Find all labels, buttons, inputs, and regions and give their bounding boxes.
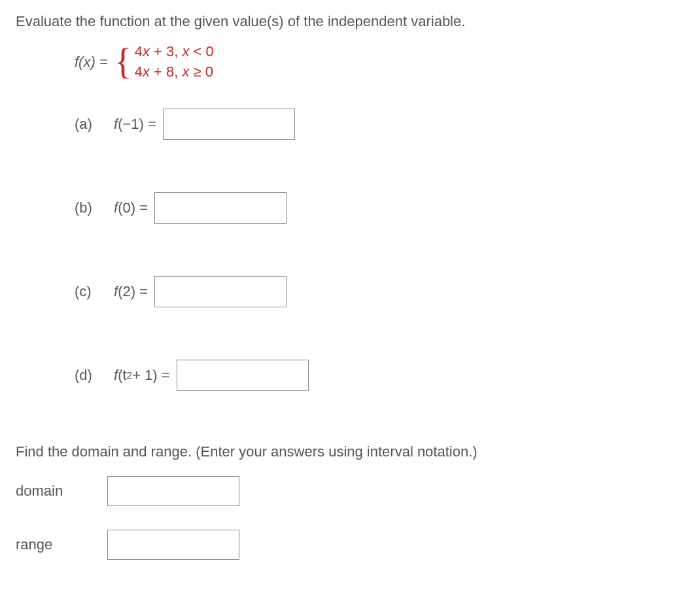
part-d-expr: f(t2 + 1) = [114, 367, 170, 384]
piece1-cond: x < 0 [182, 43, 213, 60]
part-a: (a) f(−1) = [75, 109, 680, 140]
range-label: range [16, 536, 107, 553]
part-c-label: (c) [75, 283, 114, 300]
part-a-expr: f(−1) = [114, 116, 156, 133]
range-input[interactable] [107, 530, 239, 560]
part-c-expr: f(2) = [114, 283, 148, 300]
part-c: (c) f(2) = [75, 276, 680, 307]
part-a-label: (a) [75, 116, 114, 133]
instruction-text: Evaluate the function at the given value… [16, 13, 680, 30]
part-d-label: (d) [75, 367, 114, 384]
domain-input[interactable] [107, 476, 239, 506]
piecewise-brace: { [114, 47, 132, 77]
part-b-expr: f(0) = [114, 199, 148, 216]
piece1-expr: 4x + 3, [135, 43, 179, 60]
domain-range-instruction: Find the domain and range. (Enter your a… [16, 443, 680, 460]
part-b: (b) f(0) = [75, 192, 680, 224]
part-b-label: (b) [75, 199, 114, 216]
range-row: range [16, 530, 680, 560]
part-d: (d) f(t2 + 1) = [75, 360, 680, 391]
part-c-input[interactable] [154, 276, 287, 307]
function-definition: f(x) = { 4x + 3, x < 0 4x + 8, x ≥ 0 [75, 42, 680, 82]
part-d-input[interactable] [177, 360, 309, 391]
piece2-expr: 4x + 8, [135, 63, 179, 80]
piecewise-pieces: 4x + 3, x < 0 4x + 8, x ≥ 0 [135, 42, 214, 82]
part-b-input[interactable] [154, 192, 287, 224]
domain-label: domain [16, 483, 107, 500]
function-lhs: f(x) = [75, 54, 108, 71]
part-a-input[interactable] [163, 109, 295, 140]
piece2-cond: x ≥ 0 [182, 63, 213, 80]
domain-row: domain [16, 476, 680, 506]
